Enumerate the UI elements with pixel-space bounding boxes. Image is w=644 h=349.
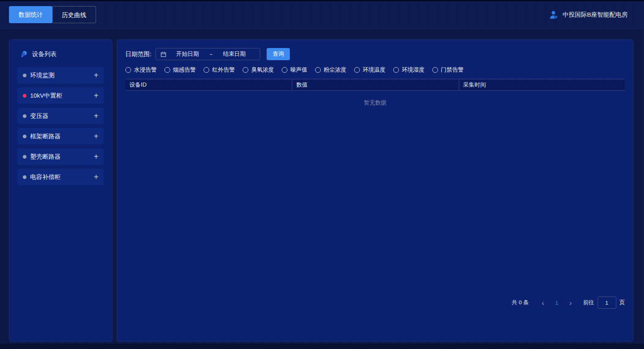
radio-door-alarm[interactable]: 门禁告警 (432, 66, 464, 74)
sidebar-item-label: 框架断路器 (30, 133, 61, 140)
sidebar-item-env-monitor[interactable]: 环境监测 + (18, 67, 104, 83)
empty-text: 暂无数据 (364, 99, 387, 107)
range-separator: ~ (208, 51, 213, 57)
total-count: 共 0 条 (512, 299, 529, 306)
radio-circle-icon[interactable] (315, 67, 321, 73)
status-dot (23, 155, 26, 159)
status-dot (23, 175, 26, 179)
radio-circle-icon[interactable] (164, 67, 170, 73)
sidebar-item-label: 环境监测 (30, 72, 55, 79)
radio-water-alarm[interactable]: 水浸告警 (125, 66, 157, 74)
sidebar-item-label: 10kV中置柜 (30, 92, 62, 100)
table-empty-state: 暂无数据 (125, 91, 625, 115)
station-info: 中投国际B座智能配电房 (549, 10, 628, 20)
device-list-header: 设备列表 (20, 50, 104, 58)
expand-plus-icon[interactable]: + (94, 132, 99, 140)
radio-circle-icon[interactable] (204, 67, 209, 73)
sidebar-item-label: 塑壳断路器 (30, 153, 61, 161)
start-date-field[interactable]: 开始日期 (166, 50, 208, 58)
header-bar: 数据统计 历史曲线 中投国际B座智能配电房 (0, 1, 644, 28)
query-button[interactable]: 查询 (267, 48, 290, 60)
next-page-icon[interactable]: › (565, 299, 576, 307)
pagination: 共 0 条 ‹ 1 › 前往 页 (512, 297, 625, 309)
column-header-device-id: 设备ID (125, 79, 292, 90)
footer-strip (0, 343, 644, 349)
date-range-picker[interactable]: 开始日期 ~ 结束日期 (156, 48, 260, 60)
device-list-icon (20, 50, 28, 58)
page-number-current[interactable]: 1 (548, 300, 565, 306)
radio-noise-value[interactable]: 噪声值 (282, 66, 307, 74)
expand-plus-icon[interactable]: + (94, 71, 99, 79)
radio-smoke-alarm[interactable]: 烟感告警 (164, 66, 196, 74)
expand-plus-icon[interactable]: + (94, 112, 99, 120)
tab-history-curve[interactable]: 历史曲线 (53, 6, 96, 23)
radio-dust-concentration[interactable]: 粉尘浓度 (315, 66, 346, 74)
radio-infrared-alarm[interactable]: 红外告警 (204, 66, 235, 74)
goto-label: 前往 (583, 299, 594, 306)
radio-circle-icon[interactable] (354, 67, 360, 73)
radio-ozone-concentration[interactable]: 臭氧浓度 (243, 66, 274, 74)
expand-plus-icon[interactable]: + (94, 153, 99, 161)
calendar-icon (160, 51, 166, 57)
date-filter-row: 日期范围: 开始日期 ~ 结束日期 查询 (125, 48, 625, 60)
status-dot (23, 94, 26, 98)
prev-page-icon[interactable]: ‹ (538, 299, 548, 307)
status-dot (23, 74, 26, 77)
sidebar-item-frame-breaker[interactable]: 框架断路器 + (18, 128, 104, 144)
table-header-row: 设备ID 数值 采集时间 (125, 79, 625, 91)
date-range-label: 日期范围: (125, 50, 151, 58)
sidebar-item-label: 电容补偿柜 (30, 173, 61, 181)
view-tabs: 数据统计 历史曲线 (9, 6, 96, 23)
sidebar-item-molded-case-breaker[interactable]: 塑壳断路器 + (18, 148, 104, 165)
end-date-field[interactable]: 结束日期 (213, 50, 255, 58)
radio-circle-icon[interactable] (243, 67, 248, 73)
status-dot (23, 135, 26, 138)
radio-circle-icon[interactable] (125, 67, 131, 73)
goto-page-input[interactable] (598, 297, 616, 309)
expand-plus-icon[interactable]: + (94, 173, 99, 181)
radio-circle-icon[interactable] (432, 67, 438, 73)
station-name: 中投国际B座智能配电房 (563, 11, 628, 19)
sidebar-item-capacitor-bank[interactable]: 电容补偿柜 + (18, 169, 104, 185)
data-table: 设备ID 数值 采集时间 暂无数据 (125, 79, 625, 115)
user-icon (549, 10, 559, 20)
column-header-value: 数值 (292, 79, 459, 90)
column-header-collect-time: 采集时间 (459, 79, 625, 90)
sidebar-item-10kv-cabinet[interactable]: 10kV中置柜 + (18, 87, 104, 104)
main-panel: 日期范围: 开始日期 ~ 结束日期 查询 水浸告警 烟感告警 (117, 39, 633, 342)
status-dot (23, 114, 26, 118)
device-list-title: 设备列表 (32, 50, 57, 58)
radio-ambient-temperature[interactable]: 环境温度 (354, 66, 386, 74)
device-list-panel: 设备列表 环境监测 + 10kV中置柜 + 变压器 + 框架断路器 + 塑壳断路… (9, 39, 112, 342)
radio-circle-icon[interactable] (393, 67, 399, 73)
radio-circle-icon[interactable] (282, 67, 287, 73)
tab-data-statistics[interactable]: 数据统计 (9, 6, 53, 23)
metric-radio-group: 水浸告警 烟感告警 红外告警 臭氧浓度 噪声值 粉尘浓度 环境温度 环境湿度 (125, 66, 625, 74)
page-unit-label: 页 (620, 299, 625, 306)
expand-plus-icon[interactable]: + (94, 92, 99, 100)
goto-page-group: 前往 页 (583, 297, 625, 309)
sidebar-item-label: 变压器 (30, 112, 48, 120)
radio-ambient-humidity[interactable]: 环境湿度 (393, 66, 425, 74)
sidebar-item-transformer[interactable]: 变压器 + (18, 108, 104, 124)
